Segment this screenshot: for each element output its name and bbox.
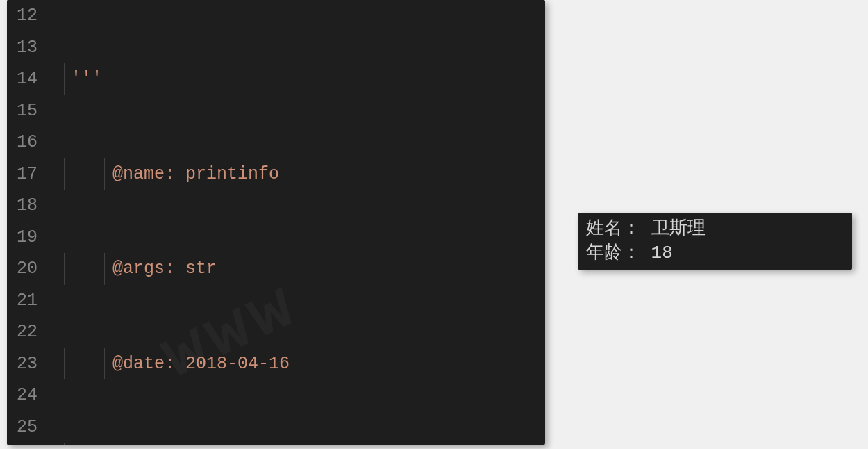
output-age-value: 18 [651, 243, 673, 263]
output-line-name: 姓名： 卫斯理 [586, 217, 844, 241]
line-number: 16 [7, 126, 37, 158]
code-editor-panel[interactable]: 12 13 14 15 16 17 18 19 20 21 22 23 24 2… [7, 0, 545, 445]
line-number: 21 [7, 285, 37, 317]
docstring-args: @args: str [71, 259, 217, 279]
line-number: 14 [7, 63, 37, 95]
code-line[interactable]: ''' [50, 63, 545, 95]
terminal-output-panel: 姓名： 卫斯理 年龄： 18 [578, 213, 852, 270]
line-number: 12 [7, 0, 37, 32]
line-number: 13 [7, 32, 37, 64]
code-line[interactable]: @name: printinfo [50, 158, 545, 190]
code-line[interactable]: ''' [50, 443, 545, 445]
line-number: 23 [7, 348, 37, 380]
line-number: 18 [7, 190, 37, 222]
output-line-age: 年龄： 18 [586, 241, 844, 266]
code-line[interactable]: @args: str [50, 253, 545, 285]
line-number-gutter: 12 13 14 15 16 17 18 19 20 21 22 23 24 2… [7, 0, 50, 445]
line-number: 19 [7, 222, 37, 254]
line-number: 17 [7, 158, 37, 190]
line-number: 24 [7, 379, 37, 411]
line-number: 25 [7, 411, 37, 443]
docstring-open: ''' [71, 69, 102, 89]
line-number: 22 [7, 316, 37, 348]
line-number: 15 [7, 95, 37, 127]
output-age-label: 年龄： [586, 243, 651, 263]
code-content[interactable]: ''' @name: printinfo @args: str @date: 2… [50, 0, 545, 445]
line-number: 20 [7, 253, 37, 285]
code-line[interactable]: @date: 2018-04-16 [50, 348, 545, 380]
docstring-name: @name: printinfo [71, 164, 279, 184]
